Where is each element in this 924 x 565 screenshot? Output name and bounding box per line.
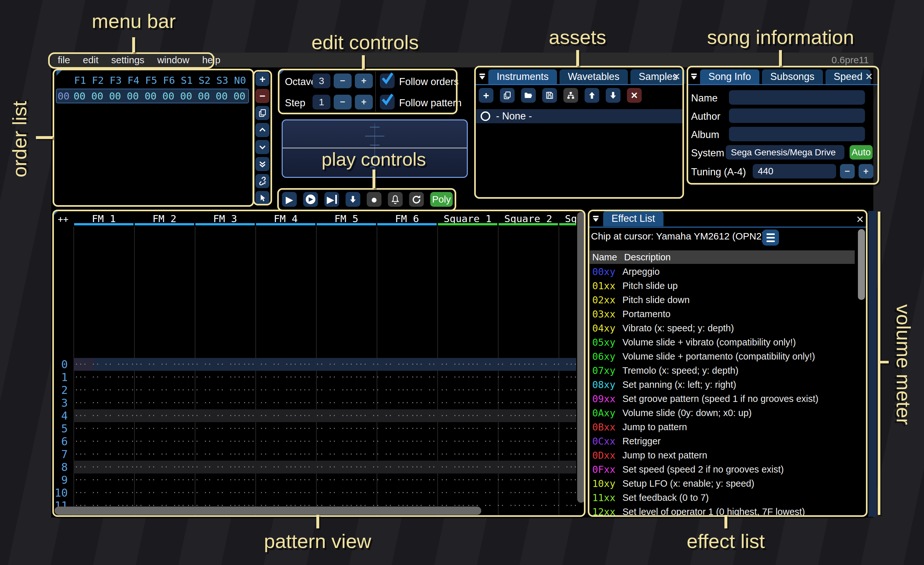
effect-row[interactable]: 07xy Tremolo (x: speed; y: depth)	[590, 364, 856, 377]
effect-row[interactable]: 0Fxx Set speed (speed 2 if no grooves ex…	[590, 462, 856, 476]
pattern-cell[interactable]: ··· ·· ·· ····	[408, 425, 464, 433]
pattern-row[interactable]: 4 ··· ·· ·· ···· ··· ·· ·· ···· ··· ·· ·…	[53, 409, 576, 422]
asset-duplicate-button[interactable]	[500, 88, 514, 103]
pattern-cell[interactable]: ··· ·· ·· ····	[464, 425, 520, 433]
pattern-cell[interactable]: ··· ·· ·· ····	[352, 386, 408, 394]
play-button[interactable]: ▶	[282, 192, 297, 207]
asset-move-up-button[interactable]	[585, 88, 599, 103]
pattern-corner-expand[interactable]: ++	[58, 214, 69, 225]
effect-row[interactable]: 06xy Volume slide + portamento (compatib…	[590, 349, 856, 364]
order-move-down-button[interactable]	[255, 140, 270, 154]
pattern-cell[interactable]: ··· ·· ·· ····	[184, 437, 240, 445]
pattern-cell[interactable]: ··· ·· ·· ····	[72, 386, 128, 394]
pattern-cell[interactable]: ··· ·· ·· ····	[72, 437, 128, 445]
order-channel-header[interactable]: S2	[196, 75, 213, 86]
close-icon[interactable]: ✕	[865, 72, 873, 81]
pattern-cell[interactable]: ··· ·· ·· ····	[240, 463, 296, 471]
asset-open-button[interactable]	[521, 88, 536, 103]
pattern-cell[interactable]: ··· ·· ·· ····	[240, 451, 296, 458]
pattern-cell[interactable]: ··· ·· ·· ····	[72, 489, 128, 497]
octave-minus-button[interactable]: −	[334, 74, 352, 88]
pattern-cell[interactable]: ··· ·· ·· ····	[520, 386, 576, 394]
song-info-tab[interactable]: Subsongs	[762, 69, 823, 84]
pattern-cell[interactable]: ··· ·· ·· ····	[352, 412, 408, 419]
order-cell[interactable]: 00	[106, 90, 124, 102]
menu-item[interactable]: window	[151, 54, 196, 66]
order-channel-header[interactable]: F3	[107, 75, 124, 86]
pattern-cell[interactable]: ··· ·· ·· ····	[296, 463, 352, 471]
effect-row[interactable]: 04xy Vibrato (x: speed; y: depth)	[590, 321, 856, 335]
order-move-to-bottom-button[interactable]	[255, 157, 270, 171]
pattern-row[interactable]: 10 ··· ·· ·· ···· ··· ·· ·· ···· ··· ·· …	[53, 486, 576, 499]
order-cell[interactable]: 00	[213, 90, 230, 102]
pattern-cell[interactable]: ··· ·· ·· ····	[128, 463, 184, 471]
pattern-cell[interactable]: ··· ·· ·· ····	[520, 399, 576, 407]
follow-pattern-checkbox[interactable]	[380, 95, 394, 110]
order-remove-button[interactable]: −	[255, 89, 270, 103]
effect-row[interactable]: 11xx Set feedback (0 to 7)	[590, 490, 856, 505]
pattern-cell[interactable]: ··· ·· ·· ····	[520, 437, 576, 445]
pattern-cell[interactable]: ··· ·· ·· ····	[296, 399, 352, 407]
pattern-cell[interactable]: ··· ·· ·· ····	[408, 476, 464, 484]
pattern-cell[interactable]: ··· ·· ·· ····	[520, 502, 576, 509]
hamburger-menu-button[interactable]	[762, 230, 779, 246]
menu-item[interactable]: file	[51, 54, 76, 66]
pattern-cell[interactable]: ··· ·· ·· ····	[72, 476, 128, 484]
asset-folders-button[interactable]	[563, 88, 578, 103]
pattern-row[interactable]: 0 ··· ·· ·· ···· ··· ·· ·· ···· ··· ·· ·…	[53, 358, 576, 371]
assets-tab[interactable]: Wavetables	[560, 69, 628, 84]
pattern-cell[interactable]: ··· ·· ·· ····	[296, 476, 352, 484]
effect-row[interactable]: 02xx Pitch slide down	[590, 293, 856, 307]
collapse-icon[interactable]	[592, 215, 600, 223]
pattern-cell[interactable]: ··· ·· ·· ····	[296, 386, 352, 394]
order-cell[interactable]: 00	[70, 90, 88, 102]
pattern-cell[interactable]: ··· ·· ·· ····	[352, 399, 408, 407]
pattern-cell[interactable]: ··· ·· ·· ····	[352, 476, 408, 484]
pattern-cell[interactable]: ··· ·· ·· ····	[128, 373, 184, 381]
repeat-pattern-button[interactable]	[409, 192, 424, 207]
menu-item[interactable]: edit	[76, 54, 105, 66]
asset-delete-button[interactable]: ✕	[627, 88, 642, 103]
pattern-cell[interactable]: ··· ·· ·· ····	[240, 361, 296, 368]
author-field[interactable]	[729, 108, 865, 123]
pattern-cell[interactable]: ··· ·· ·· ····	[296, 425, 352, 433]
name-field[interactable]	[729, 90, 865, 105]
pattern-cell[interactable]: ··· ·· ·· ····	[408, 361, 464, 368]
effect-row[interactable]: 08xy Set panning (x: left; y: right)	[590, 377, 856, 392]
close-icon[interactable]: ✕	[856, 215, 864, 224]
pattern-cell[interactable]: ··· ·· ·· ····	[184, 399, 240, 407]
pattern-cell[interactable]: ··· ·· ·· ····	[408, 463, 464, 471]
asset-move-down-button[interactable]	[606, 88, 621, 103]
order-duplicate-button[interactable]	[255, 106, 270, 120]
effect-row[interactable]: 12xx Set level of operator 1 (0 highest,…	[590, 505, 856, 517]
channel-header[interactable]: FM 4	[255, 211, 316, 226]
pattern-cell[interactable]: ··· ·· ·· ····	[240, 373, 296, 381]
pattern-cell[interactable]: ··· ·· ·· ····	[240, 437, 296, 445]
effect-row[interactable]: 01xx Pitch slide up	[590, 279, 856, 293]
pattern-cell[interactable]: ··· ·· ·· ····	[464, 386, 520, 394]
order-channel-header[interactable]: F2	[89, 75, 106, 86]
effect-row[interactable]: 0Dxx Jump to next pattern	[590, 448, 856, 462]
pattern-cell[interactable]: ··· ·· ·· ····	[296, 361, 352, 368]
effect-row[interactable]: 05xy Volume slide + vibrato (compatibili…	[590, 335, 856, 349]
pattern-cell[interactable]: ··· ·· ·· ····	[184, 489, 240, 497]
pattern-row[interactable]: 1 ··· ·· ·· ···· ··· ·· ·· ···· ··· ·· ·…	[53, 371, 576, 384]
pattern-cell[interactable]: ··· ·· ·· ····	[184, 373, 240, 381]
order-row[interactable]: 00 00000000000000000000	[56, 89, 249, 104]
step-value[interactable]: 1	[312, 95, 330, 110]
pattern-cell[interactable]: ··· ·· ·· ····	[464, 489, 520, 497]
pattern-cell[interactable]: ··· ·· ·· ····	[128, 386, 184, 394]
collapse-icon[interactable]	[690, 72, 698, 81]
effect-row[interactable]: 09xx Set groove pattern (speed 1 if no g…	[590, 392, 856, 406]
pattern-cell[interactable]: ··· ·· ·· ····	[72, 399, 128, 407]
pattern-row[interactable]: 5 ··· ·· ·· ···· ··· ·· ·· ···· ··· ·· ·…	[53, 422, 576, 435]
pattern-cell[interactable]: ··· ·· ·· ····	[296, 489, 352, 497]
pattern-vertical-scrollbar[interactable]	[577, 212, 585, 503]
pattern-row[interactable]: 6 ··· ·· ·· ···· ··· ·· ·· ···· ··· ·· ·…	[53, 435, 576, 448]
menu-item[interactable]: settings	[105, 54, 151, 66]
pattern-cell[interactable]: ··· ·· ·· ····	[520, 489, 576, 497]
octave-value[interactable]: 3	[312, 74, 330, 88]
order-add-button[interactable]: +	[255, 72, 270, 86]
pattern-row[interactable]: 8 ··· ·· ·· ···· ··· ·· ·· ···· ··· ·· ·…	[53, 461, 576, 473]
step-down-button[interactable]	[345, 192, 360, 207]
